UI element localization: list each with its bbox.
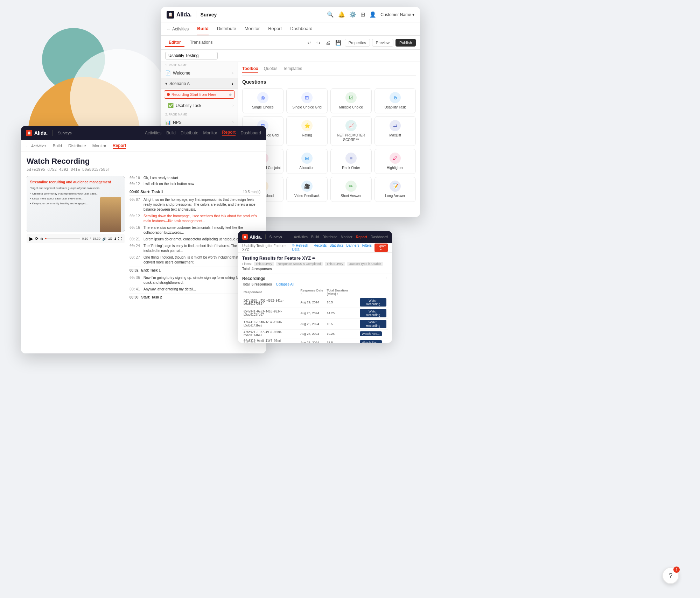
volume-icon[interactable]: 🔊 bbox=[102, 237, 106, 241]
card-short-answer[interactable]: ✏ Short Answer bbox=[330, 177, 372, 202]
card-allocation[interactable]: ⊞ Allocation bbox=[286, 149, 328, 174]
slide-sub-1: Target and segment customer groups of yo… bbox=[30, 186, 111, 190]
user-icon[interactable]: 👤 bbox=[369, 11, 376, 18]
res-nav-build[interactable]: Build bbox=[311, 235, 319, 239]
watch-recording-btn-5[interactable]: Watch Rec... bbox=[360, 340, 382, 343]
card-single-choice[interactable]: ◎ Single Choice bbox=[242, 88, 284, 113]
task2-start-ts: 00:00 bbox=[130, 295, 139, 298]
card-maxdiff[interactable]: ⇄ MaxDiff bbox=[374, 116, 416, 146]
transcript-item-1: 00:10 Ok, I am ready to start bbox=[130, 176, 260, 180]
scenario-toggle-icon[interactable]: ▾ bbox=[165, 81, 167, 86]
recordings-section: Recordings ⋮ Total: 6 responses Collapse… bbox=[238, 274, 392, 343]
skip-back-button[interactable]: ⊕ bbox=[40, 237, 43, 241]
task1-label: 00:00 Start: Task 1 bbox=[130, 190, 163, 194]
filters-btn[interactable]: Filters bbox=[362, 244, 372, 252]
grid-icon[interactable]: ⊞ bbox=[360, 11, 365, 18]
quotas-tab[interactable]: Quotas bbox=[264, 66, 278, 73]
refresh-btn[interactable]: ⟳ Refresh Data bbox=[292, 244, 311, 252]
card-highlighter[interactable]: 🖊 Highlighter bbox=[374, 149, 416, 174]
res-nav-activities[interactable]: Activities bbox=[294, 235, 308, 239]
card-usability-task[interactable]: 🖱 Usability Task bbox=[374, 88, 416, 113]
undo-icon[interactable]: ↩ bbox=[306, 40, 313, 45]
watch-recording-btn-2[interactable]: Watch Recording bbox=[360, 309, 386, 317]
table-row: 054e941-0e53-4416-9834-b5ab0155fc67 Aug … bbox=[242, 308, 388, 319]
collapse-all[interactable]: Collapse All bbox=[276, 282, 294, 286]
export-button[interactable]: Export ▾ bbox=[374, 244, 388, 252]
res-nav-report[interactable]: Report bbox=[356, 235, 367, 239]
card-long-answer[interactable]: 📝 Long Answer bbox=[374, 177, 416, 202]
speed-label[interactable]: 1X bbox=[108, 237, 112, 240]
task1-duration: 10.5 min(s) bbox=[243, 190, 260, 194]
translations-tab[interactable]: Translations bbox=[187, 38, 216, 47]
user-label[interactable]: Customer Name ▾ bbox=[380, 12, 414, 17]
wr-nav2-report[interactable]: Report bbox=[113, 143, 126, 149]
wr-video-player: Streamline recruiting and audience manag… bbox=[27, 176, 125, 232]
duration-3: 16.5 bbox=[325, 319, 358, 330]
res-nav-monitor[interactable]: Monitor bbox=[341, 235, 352, 239]
respondent-1: 5d7e1995-d752-4392-841a-b0a80157585f bbox=[242, 297, 299, 308]
card-multiple-choice[interactable]: ☑ Multiple Choice bbox=[330, 88, 372, 113]
banners-btn[interactable]: Banners bbox=[346, 244, 359, 252]
properties-button[interactable]: Properties bbox=[345, 39, 370, 47]
wr-nav-activities[interactable]: Activities bbox=[145, 131, 161, 135]
wr-nav-build[interactable]: Build bbox=[166, 131, 176, 135]
watch-recording-btn-3[interactable]: Watch Recording bbox=[360, 320, 386, 328]
survey-name-input[interactable] bbox=[165, 52, 218, 59]
page-usability-task[interactable]: ✅ Usability Task › bbox=[161, 100, 238, 111]
rewind-button[interactable]: ⟳ bbox=[35, 236, 38, 241]
chat-bubble[interactable]: ? 1 bbox=[662, 567, 679, 584]
nav-tab-report[interactable]: Report bbox=[268, 22, 282, 35]
statistics-btn[interactable]: Statistics bbox=[329, 244, 343, 252]
th-duration: Total Duration (Mins) ↑ bbox=[325, 288, 358, 297]
nav-tab-dashboard[interactable]: Dashboard bbox=[290, 22, 313, 35]
card-rating[interactable]: ⭐ Rating bbox=[286, 116, 328, 146]
fullscreen-icon[interactable]: ⛶ bbox=[118, 237, 122, 241]
more-action-btn[interactable]: ⋮ bbox=[383, 332, 386, 336]
wr-surveys-label: Surveys bbox=[58, 131, 72, 135]
wr-back[interactable]: ← Activities bbox=[26, 144, 46, 148]
redo-icon[interactable]: ↪ bbox=[315, 40, 322, 45]
wr-nav2-monitor[interactable]: Monitor bbox=[92, 143, 106, 148]
res-nav-dashboard[interactable]: Dashboard bbox=[371, 235, 388, 239]
editor-tab[interactable]: Editor bbox=[165, 38, 184, 47]
search-icon[interactable]: 🔍 bbox=[327, 11, 334, 18]
wr-nav2-build[interactable]: Build bbox=[52, 143, 62, 148]
single-choice-grid-label: Single Choice Grid bbox=[292, 105, 321, 110]
progress-bar[interactable] bbox=[45, 238, 80, 239]
card-video-feedback[interactable]: 🎥 Video Feedback bbox=[286, 177, 328, 202]
templates-tab[interactable]: Templates bbox=[283, 66, 302, 73]
card-single-choice-grid[interactable]: ⊞ Single Choice Grid bbox=[286, 88, 328, 113]
wr-nav2-distribute[interactable]: Distribute bbox=[68, 143, 86, 148]
nav-tab-distribute[interactable]: Distribute bbox=[217, 22, 236, 35]
ts-4: 00:12 bbox=[130, 214, 141, 224]
print-icon[interactable]: 🖨 bbox=[324, 40, 332, 45]
wr-nav-monitor[interactable]: Monitor bbox=[203, 131, 217, 135]
records-btn[interactable]: Records bbox=[314, 244, 327, 252]
nav-tab-monitor[interactable]: Monitor bbox=[245, 22, 260, 35]
card-nps[interactable]: 📈 NET PROMOTER SCORE™ bbox=[330, 116, 372, 146]
notification-icon[interactable]: 🔔 bbox=[338, 11, 345, 18]
toolbox-tab[interactable]: Toolbox bbox=[242, 66, 258, 73]
wr-nav-dashboard[interactable]: Dashboard bbox=[240, 131, 261, 135]
preview-button[interactable]: Preview bbox=[372, 39, 393, 47]
card-rank-order[interactable]: ≡ Rank Order bbox=[330, 149, 372, 174]
back-activities[interactable]: ← Activities bbox=[167, 27, 189, 31]
page-name: Welcome bbox=[173, 71, 190, 76]
settings-icon[interactable]: ⚙️ bbox=[349, 11, 356, 18]
recording-start-item[interactable]: Recording Start from Here ⊕ bbox=[164, 90, 235, 99]
watch-recording-btn-4[interactable]: Watch Rec... bbox=[360, 331, 382, 336]
play-button[interactable]: ▶ bbox=[29, 236, 33, 241]
transcript-item-4: 00:12 Scrolling down the homepage, I see… bbox=[130, 214, 260, 224]
save-icon[interactable]: 💾 bbox=[334, 40, 343, 45]
table-row: 476d921-1327-4932-93b0-b5bd0144be5 Aug 2… bbox=[242, 330, 388, 338]
page-welcome[interactable]: 📄 Welcome › bbox=[161, 68, 238, 79]
res-nav-distribute[interactable]: Distribute bbox=[322, 235, 337, 239]
recordings-count: Total: 6 responses Collapse All bbox=[242, 282, 388, 286]
wr-nav-distribute[interactable]: Distribute bbox=[181, 131, 198, 135]
wr-nav-report[interactable]: Report bbox=[222, 130, 236, 136]
watch-recording-btn-1[interactable]: Watch Recording bbox=[360, 298, 386, 307]
nav-tab-build[interactable]: Build bbox=[197, 22, 209, 35]
download-icon[interactable]: ⬇ bbox=[114, 237, 117, 241]
edit-icon[interactable]: ✏ bbox=[312, 256, 315, 260]
publish-button[interactable]: Publish bbox=[396, 39, 416, 47]
